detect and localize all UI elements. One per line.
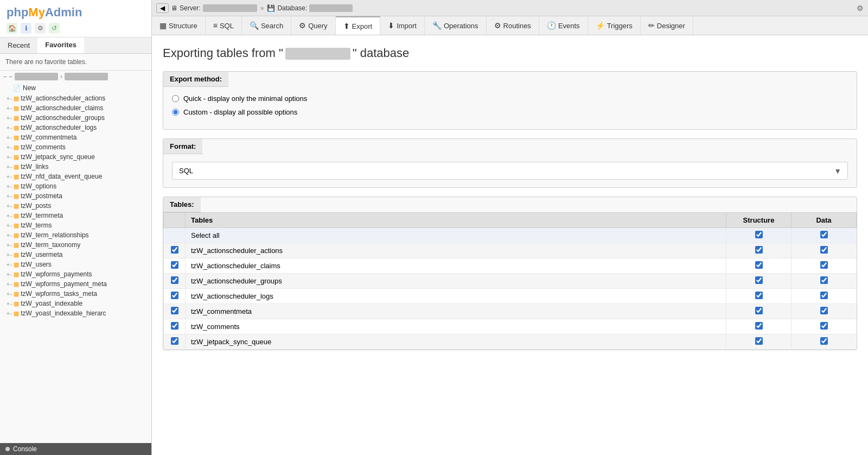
sidebar-table-item[interactable]: +-▦tzW_posts <box>0 201 151 211</box>
row-select-cb[interactable] <box>171 307 178 314</box>
row-data-cb-cell[interactable] <box>792 304 857 319</box>
row-data-cb[interactable] <box>820 246 828 254</box>
row-structure-cb-cell[interactable] <box>726 304 792 319</box>
select-all-data[interactable] <box>792 228 857 243</box>
tab-routines[interactable]: ⚙ Routines <box>487 16 539 35</box>
row-data-cb-cell[interactable] <box>792 243 857 258</box>
row-structure-cb[interactable] <box>755 261 763 269</box>
sidebar-table-item[interactable]: +-▦tzW_commentmeta <box>0 132 151 142</box>
sidebar-table-item[interactable]: +-▦tzW_postmeta <box>0 191 151 201</box>
row-select-cb[interactable] <box>171 276 178 284</box>
row-data-cb[interactable] <box>820 307 828 314</box>
home-icon[interactable]: 🏠 <box>7 23 17 34</box>
sidebar-table-item[interactable]: +-▦tzW_users <box>0 260 151 269</box>
collapse-server[interactable]: − <box>3 73 7 80</box>
radio-custom-label[interactable]: Custom - display all possible options <box>183 108 297 116</box>
row-structure-cb[interactable] <box>755 276 763 284</box>
tab-export[interactable]: ⬆ Export <box>336 16 381 35</box>
tab-events-label: Events <box>558 22 580 30</box>
back-button[interactable]: ◀ <box>156 3 169 13</box>
row-data-cb-cell[interactable] <box>792 319 857 334</box>
sidebar-table-item[interactable]: +-▦tzW_actionscheduler_logs <box>0 123 151 132</box>
row-structure-cb-cell[interactable] <box>726 319 792 334</box>
row-data-cb[interactable] <box>820 276 828 284</box>
info-icon[interactable]: ℹ <box>21 23 31 34</box>
row-select-cb[interactable] <box>171 261 178 269</box>
row-data-cb[interactable] <box>820 292 828 299</box>
settings-icon[interactable]: ⚙ <box>35 23 46 34</box>
row-select-cb[interactable] <box>171 337 178 345</box>
tab-search[interactable]: 🔍 Search <box>242 16 291 35</box>
tab-events[interactable]: 🕐 Events <box>539 16 588 35</box>
sidebar-table-item[interactable]: +-▦tzW_jetpack_sync_queue <box>0 152 151 162</box>
radio-quick-label[interactable]: Quick - display only the minimal options <box>183 94 307 103</box>
sidebar-table-item[interactable]: +-▦tzW_wpforms_payment_meta <box>0 279 151 289</box>
sidebar-table-item[interactable]: +-▦tzW_terms <box>0 220 151 230</box>
radio-quick-input[interactable] <box>172 95 179 102</box>
format-select[interactable]: SQL <box>172 162 848 180</box>
select-all-structure[interactable] <box>726 228 792 243</box>
tab-sql[interactable]: ≡ SQL <box>206 16 242 35</box>
db-value-blurred <box>309 4 353 12</box>
collapse-db[interactable]: − <box>9 73 12 80</box>
select-all-structure-cb[interactable] <box>755 231 763 238</box>
row-select-cb[interactable] <box>171 292 178 299</box>
sidebar-table-item[interactable]: +-▦tzW_actionscheduler_groups <box>0 113 151 123</box>
row-checkbox-cell[interactable] <box>164 289 186 304</box>
row-data-cb-cell[interactable] <box>792 274 857 289</box>
console-bar[interactable]: Console <box>0 443 151 455</box>
sidebar-table-item[interactable]: +-▦tzW_comments <box>0 142 151 152</box>
sidebar-table-item[interactable]: +-▦tzW_actionscheduler_claims <box>0 103 151 113</box>
sidebar-table-item[interactable]: +-▦tzW_termmeta <box>0 211 151 220</box>
row-data-cb[interactable] <box>820 337 828 345</box>
sidebar-table-item[interactable]: +-▦tzW_links <box>0 162 151 172</box>
row-checkbox-cell[interactable] <box>164 258 186 274</box>
sidebar-table-item[interactable]: +-▦tzW_term_taxonomy <box>0 240 151 250</box>
sidebar-table-item[interactable]: +-▦tzW_actionscheduler_actions <box>0 93 151 103</box>
tab-query[interactable]: ⚙ Query <box>291 16 335 35</box>
tab-favorites[interactable]: Favorites <box>37 37 84 53</box>
tab-import[interactable]: ⬇ Import <box>380 16 425 35</box>
row-structure-cb-cell[interactable] <box>726 289 792 304</box>
row-structure-cb-cell[interactable] <box>726 243 792 258</box>
refresh-icon[interactable]: ↺ <box>49 23 60 34</box>
tab-structure[interactable]: ▦ Structure <box>152 16 206 35</box>
row-structure-cb[interactable] <box>755 322 763 330</box>
sidebar-table-item[interactable]: +-▦tzW_yoast_indexable_hierarc <box>0 308 151 318</box>
radio-custom-input[interactable] <box>172 109 179 116</box>
select-all-data-cb[interactable] <box>820 231 828 238</box>
row-checkbox-cell[interactable] <box>164 319 186 334</box>
row-structure-cb[interactable] <box>755 307 763 314</box>
row-data-cb[interactable] <box>820 322 828 330</box>
logo[interactable]: phpMyAdmin <box>7 5 145 20</box>
row-structure-cb[interactable] <box>755 246 763 254</box>
sidebar-table-item[interactable]: +-▦tzW_nfd_data_event_queue <box>0 172 151 181</box>
row-checkbox-cell[interactable] <box>164 304 186 319</box>
row-data-cb-cell[interactable] <box>792 334 857 350</box>
main-settings-button[interactable]: ⚙ <box>857 4 864 12</box>
row-checkbox-cell[interactable] <box>164 334 186 350</box>
row-select-cb[interactable] <box>171 246 178 254</box>
sidebar-table-item[interactable]: +-▦tzW_options <box>0 181 151 191</box>
tab-triggers[interactable]: ⚡ Triggers <box>588 16 641 35</box>
sidebar-table-item[interactable]: +-▦tzW_wpforms_payments <box>0 269 151 279</box>
row-data-cb[interactable] <box>820 261 828 269</box>
row-select-cb[interactable] <box>171 322 178 330</box>
tab-designer[interactable]: ✏ Designer <box>641 16 693 35</box>
sidebar-table-item[interactable]: +-▦tzW_usermeta <box>0 250 151 260</box>
row-data-cb-cell[interactable] <box>792 258 857 274</box>
sidebar-table-item[interactable]: +-▦tzW_term_relationships <box>0 230 151 240</box>
sidebar-table-item[interactable]: +-▦tzW_wpforms_tasks_meta <box>0 289 151 299</box>
row-structure-cb-cell[interactable] <box>726 274 792 289</box>
row-checkbox-cell[interactable] <box>164 274 186 289</box>
new-table-item[interactable]: 📄 New <box>0 83 151 93</box>
row-structure-cb[interactable] <box>755 337 763 345</box>
row-checkbox-cell[interactable] <box>164 243 186 258</box>
tab-recent[interactable]: Recent <box>0 37 37 53</box>
sidebar-table-item[interactable]: +-▦tzW_yoast_indexable <box>0 299 151 308</box>
row-structure-cb-cell[interactable] <box>726 258 792 274</box>
row-structure-cb-cell[interactable] <box>726 334 792 350</box>
row-data-cb-cell[interactable] <box>792 289 857 304</box>
row-structure-cb[interactable] <box>755 292 763 299</box>
tab-operations[interactable]: 🔧 Operations <box>425 16 487 35</box>
